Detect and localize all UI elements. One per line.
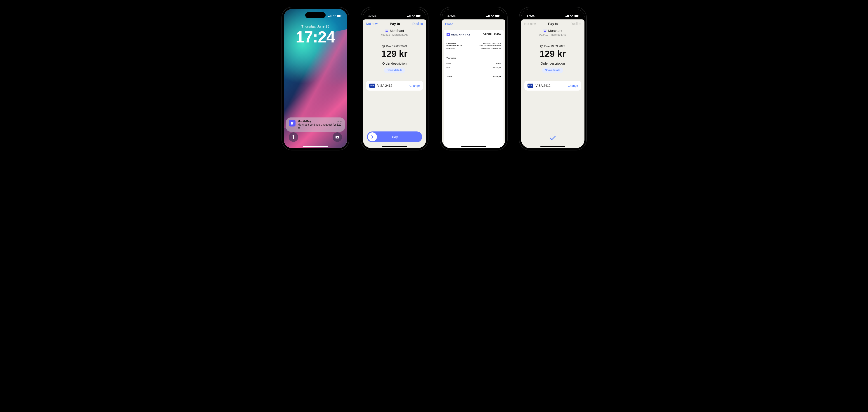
svg-rect-37 (544, 30, 546, 31)
svg-rect-15 (416, 15, 420, 17)
svg-rect-21 (487, 16, 488, 17)
camera-icon (335, 135, 340, 139)
order-description: Order description (363, 62, 426, 65)
due-date: Due 19.03.2023 (544, 44, 565, 48)
wifi-icon (333, 15, 336, 17)
svg-rect-30 (566, 16, 567, 17)
lockscreen-wallpaper: Thursday, June 15 17:24 MobilePay now Me… (284, 9, 347, 148)
clock-icon (382, 45, 385, 48)
signal-icon (486, 15, 490, 17)
due-date: Due 19.03.2023 (386, 44, 407, 48)
notification-card[interactable]: MobilePay now Merchant sent you a reques… (286, 117, 345, 132)
svg-rect-6 (341, 15, 341, 16)
invoice-customer-address: Emma Dahl Brettesville vei 12 0234 Oslo (446, 42, 462, 50)
swipe-handle[interactable] (368, 132, 377, 141)
phone-lockscreen: Thursday, June 15 17:24 MobilePay now Me… (281, 7, 349, 150)
svg-rect-1 (329, 16, 330, 17)
swipe-label: Pay (377, 135, 422, 139)
chevron-right-icon (370, 135, 374, 139)
signal-icon (407, 15, 411, 17)
svg-rect-10 (407, 16, 408, 17)
payment-amount: 129 kr (521, 49, 585, 59)
status-time: 17:24 (527, 14, 535, 18)
status-time: 17:24 (368, 14, 376, 18)
svg-rect-5 (337, 15, 341, 17)
home-indicator[interactable] (303, 146, 328, 147)
signal-icon (565, 15, 569, 17)
notification-time: now (337, 120, 342, 123)
invoice-document[interactable]: MERCHANT AS ORDER 123456 Emma Dahl Brett… (444, 30, 503, 148)
dynamic-island (464, 12, 484, 18)
wifi-icon (412, 15, 415, 17)
clock-icon (540, 45, 543, 48)
svg-rect-36 (544, 30, 546, 32)
merchant-icon (543, 29, 547, 33)
notification-message: Merchant sent you a request for 129 kr. (298, 123, 342, 130)
battery-icon (416, 15, 421, 17)
status-indicators (486, 15, 500, 17)
svg-rect-16 (420, 15, 421, 16)
svg-rect-22 (488, 15, 489, 17)
merchant-name: Merchant (390, 29, 404, 33)
notification-app-icon (289, 120, 296, 127)
svg-rect-29 (565, 16, 566, 17)
svg-rect-13 (410, 15, 411, 17)
card-label: VISA 2412 (377, 84, 407, 88)
visa-icon: VISA (369, 83, 375, 88)
close-button[interactable]: Close (445, 22, 453, 26)
svg-rect-26 (499, 15, 500, 16)
phone-pay-success: 17:24 Not now Pay to Decline (519, 7, 587, 150)
change-card-button[interactable]: Change (568, 84, 578, 88)
svg-rect-32 (568, 15, 569, 17)
status-indicators (328, 15, 342, 17)
svg-rect-12 (409, 15, 410, 17)
svg-rect-0 (328, 16, 329, 17)
swipe-to-pay[interactable]: Pay (367, 132, 422, 142)
phone-invoice-detail: 17:24 Close M (440, 7, 507, 150)
invoice-total: TOTAL kr 129,00 (446, 75, 501, 77)
svg-rect-34 (575, 15, 578, 17)
invoice-section-title: Your order (446, 57, 501, 59)
svg-rect-25 (495, 15, 499, 17)
invoice-line-item: Item kr 129,00 (446, 67, 501, 69)
home-indicator[interactable] (382, 146, 407, 147)
order-description: Order description (521, 62, 585, 65)
decline-button[interactable]: Decline (412, 22, 423, 26)
svg-rect-18 (385, 30, 388, 31)
svg-rect-31 (567, 15, 568, 17)
dynamic-island (384, 12, 405, 18)
payment-card-row[interactable]: VISA VISA 2412 Change (524, 81, 581, 91)
payment-card-row[interactable]: VISA VISA 2412 Change (366, 81, 423, 91)
status-indicators (407, 15, 421, 17)
merchant-name: Merchant (548, 29, 562, 33)
notification-app-name: MobilePay (298, 120, 311, 123)
invoice-merchant-icon (446, 33, 450, 36)
show-details-button[interactable]: Show details (542, 68, 563, 73)
show-details-button[interactable]: Show details (384, 68, 405, 73)
wifi-icon (491, 15, 494, 17)
svg-rect-2 (330, 15, 331, 17)
home-indicator[interactable] (461, 146, 486, 147)
visa-icon: VISA (527, 83, 533, 88)
svg-rect-11 (408, 16, 409, 17)
lock-date: Thursday, June 15 (284, 24, 347, 28)
flashlight-icon (292, 135, 295, 139)
camera-button[interactable] (333, 132, 342, 142)
flashlight-button[interactable] (289, 132, 298, 142)
invoice-table-header: Items Price (446, 62, 501, 65)
svg-rect-23 (489, 15, 490, 17)
svg-rect-17 (385, 30, 388, 32)
dynamic-island (305, 12, 326, 18)
invoice-meta: Due date: 19.03.2023 KID: 10102030405060… (479, 42, 501, 50)
invoice-order-number: ORDER 123456 (483, 33, 501, 36)
change-card-button[interactable]: Change (409, 84, 420, 88)
home-indicator[interactable] (540, 146, 565, 147)
lock-time: 17:24 (284, 28, 347, 46)
sheet-title: Pay to (390, 22, 400, 26)
success-check-icon (550, 136, 556, 141)
card-label: VISA 2412 (536, 84, 565, 88)
not-now-button[interactable]: Not now (366, 22, 378, 26)
invoice-merchant-name: MERCHANT AS (451, 33, 470, 36)
mobilepay-icon (290, 121, 294, 125)
payment-amount: 129 kr (363, 49, 426, 59)
